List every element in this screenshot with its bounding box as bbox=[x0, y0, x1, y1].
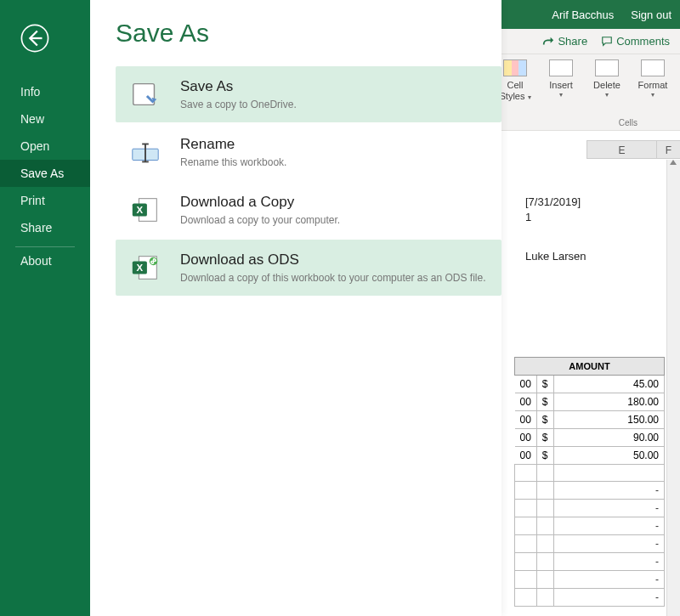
delete-button[interactable]: Delete ▾ bbox=[590, 59, 624, 99]
table-row[interactable]: - bbox=[515, 482, 665, 500]
cell-date: [7/31/2019] bbox=[525, 195, 581, 208]
format-button[interactable]: Format ▾ bbox=[636, 59, 670, 99]
sidebar-item-new[interactable]: New bbox=[0, 105, 90, 133]
amount-table: AMOUNT 00$45.00 00$180.00 00$150.00 00$9… bbox=[514, 357, 665, 607]
column-header-f[interactable]: F bbox=[656, 141, 680, 158]
option-title: Rename bbox=[180, 136, 286, 153]
table-row[interactable] bbox=[515, 465, 665, 482]
option-title: Save As bbox=[180, 78, 297, 95]
rename-icon bbox=[129, 136, 162, 168]
vertical-scrollbar[interactable] bbox=[666, 160, 680, 616]
chevron-down-icon: ▾ bbox=[559, 91, 563, 99]
option-desc: Download a copy of this workbook to your… bbox=[180, 272, 486, 284]
chevron-down-icon: ▾ bbox=[651, 91, 654, 99]
sidebar-item-about[interactable]: About bbox=[0, 247, 90, 274]
table-row[interactable]: - bbox=[515, 517, 665, 535]
option-download-ods[interactable]: X Download as ODS Download a copy of thi… bbox=[116, 240, 502, 296]
excel-file-icon: X bbox=[129, 194, 162, 226]
chevron-down-icon: ▾ bbox=[605, 91, 609, 99]
cell-styles-icon bbox=[503, 59, 527, 76]
comments-label: Comments bbox=[616, 35, 670, 48]
table-row[interactable]: 00$50.00 bbox=[515, 447, 665, 465]
cell-one: 1 bbox=[525, 211, 531, 223]
ods-file-icon: X bbox=[129, 251, 162, 284]
sidebar-item-save-as[interactable]: Save As bbox=[0, 160, 90, 187]
table-row[interactable]: 00$180.00 bbox=[515, 393, 665, 411]
insert-label: Insert bbox=[549, 80, 573, 91]
page-title: Save As bbox=[116, 19, 502, 48]
option-save-as[interactable]: Save As Save a copy to OneDrive. bbox=[116, 66, 502, 122]
cell-styles-button[interactable]: Cell Styles ▾ bbox=[498, 59, 532, 102]
amount-header: AMOUNT bbox=[515, 358, 665, 376]
format-label: Format bbox=[638, 80, 668, 91]
option-title: Download a Copy bbox=[180, 194, 340, 211]
table-row[interactable]: - bbox=[515, 553, 665, 571]
option-desc: Download a copy to your computer. bbox=[180, 214, 340, 226]
table-row[interactable]: - bbox=[515, 500, 665, 517]
delete-icon bbox=[595, 59, 619, 76]
table-row[interactable]: 00$150.00 bbox=[515, 411, 665, 429]
comment-icon bbox=[601, 36, 613, 48]
backstage-panel: Info New Open Save As Print Share About … bbox=[0, 0, 502, 616]
svg-text:X: X bbox=[137, 205, 144, 215]
back-arrow-icon bbox=[20, 24, 49, 53]
option-title: Download as ODS bbox=[180, 251, 486, 268]
share-button[interactable]: Share bbox=[542, 35, 587, 48]
chevron-down-icon: ▾ bbox=[528, 93, 531, 101]
svg-text:X: X bbox=[137, 263, 144, 273]
sign-out-link[interactable]: Sign out bbox=[631, 8, 672, 21]
share-icon bbox=[542, 36, 554, 48]
backstage-sidebar: Info New Open Save As Print Share About bbox=[0, 0, 90, 616]
backstage-main: Save As Save As Save a copy to OneDrive.… bbox=[90, 0, 502, 616]
option-desc: Rename this workbook. bbox=[180, 156, 286, 168]
cell-customer-name: Luke Larsen bbox=[525, 250, 586, 263]
table-row[interactable]: 00$45.00 bbox=[515, 376, 665, 393]
format-icon bbox=[641, 59, 665, 76]
sidebar-item-open[interactable]: Open bbox=[0, 133, 90, 160]
insert-button[interactable]: Insert ▾ bbox=[544, 59, 578, 99]
delete-label: Delete bbox=[593, 80, 620, 91]
column-header-e[interactable]: E bbox=[586, 141, 656, 158]
table-row[interactable]: - bbox=[515, 571, 665, 589]
tools-group-label: Cells bbox=[619, 118, 638, 127]
option-rename[interactable]: Rename Rename this workbook. bbox=[116, 124, 502, 180]
comments-button[interactable]: Comments bbox=[601, 35, 670, 48]
save-as-icon bbox=[129, 78, 162, 110]
back-button[interactable] bbox=[20, 24, 49, 53]
table-row[interactable]: 00$90.00 bbox=[515, 429, 665, 447]
sidebar-item-print[interactable]: Print bbox=[0, 187, 90, 214]
sidebar-item-info[interactable]: Info bbox=[0, 78, 90, 105]
option-download-copy[interactable]: X Download a Copy Download a copy to you… bbox=[116, 182, 502, 238]
sidebar-item-share[interactable]: Share bbox=[0, 214, 90, 241]
option-desc: Save a copy to OneDrive. bbox=[180, 99, 297, 110]
share-label: Share bbox=[558, 35, 587, 48]
table-row[interactable]: - bbox=[515, 535, 665, 553]
table-row[interactable]: - bbox=[515, 589, 665, 607]
cell-styles-label: Cell Styles ▾ bbox=[498, 80, 532, 102]
column-headers: E F bbox=[586, 140, 680, 159]
insert-icon bbox=[549, 59, 573, 76]
account-user-name[interactable]: Arif Bacchus bbox=[552, 8, 614, 21]
